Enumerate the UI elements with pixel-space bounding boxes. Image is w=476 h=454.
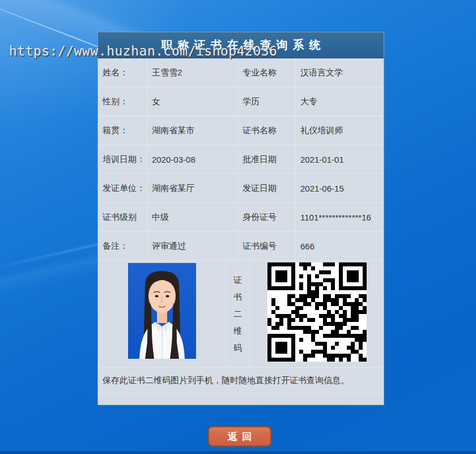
table-row: 培训日期： 2020-03-08 批准日期 2021-01-01 <box>98 145 384 174</box>
row-label: 学历 <box>238 87 296 116</box>
row-label: 证书级别 <box>98 203 147 232</box>
row-label: 身份证号 <box>238 203 296 232</box>
row-label: 籍贯： <box>98 116 147 145</box>
row-value: 中级 <box>147 203 238 232</box>
row-value: 汉语言文学 <box>296 58 384 87</box>
row-value: 评审通过 <box>147 232 238 261</box>
row-label: 发证日期 <box>238 174 296 203</box>
qr-note: 保存此证书二维码图片到手机，随时随地直接打开证书查询信息。 <box>98 368 384 393</box>
table-row: 性别： 女 学历 大专 <box>98 87 384 116</box>
qr-label-char: 证 <box>233 275 242 286</box>
qr-cell <box>250 261 384 368</box>
row-label: 证书编号 <box>238 232 296 261</box>
panel-footer-spacer <box>98 393 384 405</box>
table-row: 发证单位： 湖南省某厅 发证日期 2021-06-15 <box>98 174 384 203</box>
photo-cell <box>98 261 226 368</box>
row-value: 湖南省某市 <box>147 116 238 145</box>
qr-label-vertical: 证 书 二 维 码 <box>226 261 249 367</box>
watermark-url: https://www.huzhan.com/ishop42036 <box>9 44 277 58</box>
wallpaper-bottom-strip <box>0 451 476 454</box>
row-value: 礼仪培训师 <box>296 116 384 145</box>
row-value: 666 <box>296 232 384 261</box>
table-row: 证书级别 中级 身份证号 1101*************16 <box>98 203 384 232</box>
return-button[interactable]: 返回 <box>208 426 271 447</box>
row-label: 专业名称 <box>238 58 296 87</box>
row-value: 2020-03-08 <box>147 145 238 174</box>
row-label: 发证单位： <box>98 174 147 203</box>
qr-label-char: 二 <box>233 309 242 320</box>
qr-code <box>267 262 367 362</box>
qr-label-char: 维 <box>233 326 242 337</box>
row-label: 批准日期 <box>238 145 296 174</box>
qr-label-char: 码 <box>233 343 242 354</box>
table-row: 籍贯： 湖南省某市 证书名称 礼仪培训师 <box>98 116 384 145</box>
qr-label-cell: 证 书 二 维 码 <box>226 261 250 368</box>
row-value: 王雪雪2 <box>147 58 238 87</box>
row-value: 2021-01-01 <box>296 145 384 174</box>
row-label: 性别： <box>98 87 147 116</box>
row-label: 证书名称 <box>238 116 296 145</box>
table-row: 姓名： 王雪雪2 专业名称 汉语言文学 <box>98 58 384 87</box>
row-value: 湖南省某厅 <box>147 174 238 203</box>
qr-label-char: 书 <box>233 292 242 303</box>
row-label: 姓名： <box>98 58 147 87</box>
media-row: 证 书 二 维 码 <box>98 261 384 368</box>
certificate-panel: 职称证书在线查询系统 姓名： 王雪雪2 专业名称 汉语言文学 性别： 女 学历 … <box>97 32 384 405</box>
row-label: 培训日期： <box>98 145 147 174</box>
row-value: 女 <box>147 87 238 116</box>
portrait-photo <box>128 263 196 359</box>
row-value: 1101*************16 <box>296 203 384 232</box>
row-label: 备注： <box>98 232 147 261</box>
table-row: 备注： 评审通过 证书编号 666 <box>98 232 384 261</box>
row-value: 大专 <box>296 87 384 116</box>
row-value: 2021-06-15 <box>296 174 384 203</box>
